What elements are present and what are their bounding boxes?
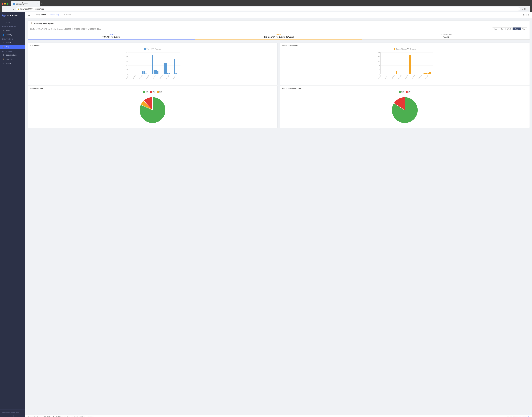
sidebar-item-security-label: Security bbox=[6, 34, 12, 36]
logo-text: picturesafe bbox=[7, 14, 18, 17]
top-navigation: ☰ Configuration Monitoring Developer Log… bbox=[25, 12, 532, 18]
sidebar-item-search2[interactable]: ⚙ Search bbox=[0, 62, 25, 66]
svg-rect-31 bbox=[157, 71, 158, 74]
search-status-pie-container bbox=[282, 94, 528, 126]
sidebar-item-documentation-label: Documentation bbox=[6, 54, 18, 56]
charts-grid-row1: API Requests Count of API Requests 05010… bbox=[28, 42, 530, 85]
sidebar-item-api[interactable]: 🏃 API bbox=[0, 45, 25, 49]
svg-text:2020-06-02: 2020-06-02 bbox=[405, 75, 408, 79]
search-status-dot-500 bbox=[406, 91, 407, 93]
sidebar-collapse-button[interactable]: ◀ bbox=[0, 414, 25, 417]
new-tab-button[interactable]: + bbox=[41, 2, 42, 5]
api-bar-chart-svg: 0501001502002502020-05-172020-05-212020-… bbox=[30, 51, 275, 83]
sidebar-item-home[interactable]: ⌂ Home bbox=[0, 20, 25, 25]
svg-text:120: 120 bbox=[378, 61, 380, 62]
monitoring-description: Display of 797 API / 278 search calls, t… bbox=[30, 28, 102, 30]
page-footer: Acceleration Server 1.0.0-SNAPSHOT ©2020… bbox=[25, 415, 532, 417]
svg-text:2020-06-10: 2020-06-10 bbox=[166, 75, 170, 79]
sidebar-footer: localhost:8080/monitoring/rest ◀ bbox=[0, 409, 25, 417]
svg-text:160: 160 bbox=[378, 56, 380, 57]
url-text: localhost:8080/monitoring/rest bbox=[21, 8, 43, 10]
time-btn-year[interactable]: Year bbox=[521, 28, 527, 30]
svg-text:2020-05-17: 2020-05-17 bbox=[126, 75, 129, 79]
svg-rect-36 bbox=[167, 73, 168, 74]
api-chart-legend: Count of API Requests bbox=[30, 48, 275, 50]
api-status-dot-500 bbox=[150, 91, 152, 93]
monitoring-header-card: 🏃 Monitoring API Requests Display of 797… bbox=[28, 21, 530, 40]
sidebar-item-swagger[interactable]: 🏃 Swagger bbox=[0, 57, 25, 62]
footer-left-text: Acceleration Server 1.0.0-SNAPSHOT ©2020… bbox=[28, 416, 94, 417]
svg-rect-32 bbox=[160, 74, 162, 74]
topnav-developer[interactable]: Developer bbox=[61, 12, 73, 18]
svg-text:100: 100 bbox=[126, 65, 128, 66]
search-status-label-500: 500 bbox=[408, 91, 411, 93]
svg-text:2020-05-17: 2020-05-17 bbox=[378, 75, 382, 79]
svg-rect-20 bbox=[142, 71, 143, 74]
tab-close-button[interactable]: ✕ bbox=[37, 3, 38, 5]
search-chart-title: Search API Requests bbox=[282, 45, 528, 47]
api-legend-label: Count of API Requests bbox=[146, 48, 161, 50]
sidebar-item-documentation[interactable]: ▤ Documentation bbox=[0, 53, 25, 57]
svg-rect-74 bbox=[431, 74, 432, 74]
topnav-monitoring[interactable]: Monitoring bbox=[48, 12, 61, 18]
svg-rect-29 bbox=[155, 70, 157, 74]
browser-chrome: picturesafe-search Acceleratio... ✕ + ← … bbox=[0, 0, 532, 12]
browser-toolbar: ← → ↻ 🔒 localhost:8080/monitoring/rest ☆… bbox=[2, 6, 530, 12]
time-btn-hour[interactable]: Hour bbox=[492, 28, 499, 30]
search-icon: ⚙ bbox=[2, 42, 4, 44]
topnav-configuration[interactable]: Configuration bbox=[32, 12, 48, 18]
monitoring-page-icon: 🏃 bbox=[30, 22, 32, 24]
sidebar-item-search2-label: Search bbox=[6, 63, 11, 65]
hamburger-icon[interactable]: ☰ bbox=[28, 13, 30, 16]
svg-text:2020-06-10: 2020-06-10 bbox=[418, 75, 422, 79]
svg-rect-34 bbox=[164, 63, 165, 74]
time-btn-day[interactable]: Day bbox=[499, 28, 505, 30]
forward-button[interactable]: → bbox=[8, 8, 11, 10]
search-requests-chart-card: Search API Requests Count of Search API … bbox=[280, 42, 530, 85]
svg-rect-40 bbox=[174, 59, 175, 74]
traffic-light-red[interactable] bbox=[2, 3, 3, 5]
svg-rect-22 bbox=[144, 71, 145, 74]
search-status-legend-500: 500 bbox=[406, 91, 411, 93]
extensions-icon[interactable]: ⚙ bbox=[524, 8, 526, 10]
search-chart-legend: Count of Search API Requests bbox=[282, 48, 528, 50]
sidebar-item-indices[interactable]: ▤ Indices bbox=[0, 28, 25, 32]
api-icon: 🏃 bbox=[2, 46, 4, 48]
bookmark-icon[interactable]: ☆ bbox=[521, 8, 523, 10]
svg-rect-35 bbox=[165, 63, 167, 74]
monitoring-section-label: MONITORING bbox=[0, 37, 25, 41]
footer-powered-by-link[interactable]: picturesafe-search bbox=[516, 416, 529, 417]
sidebar: ◎ picturesafe ⌂ Home CONFIGURATION ▤ Ind… bbox=[0, 12, 25, 417]
lock-icon: 🔒 bbox=[18, 8, 20, 10]
address-bar[interactable]: 🔒 localhost:8080/monitoring/rest bbox=[16, 7, 520, 11]
browser-tab-active[interactable]: picturesafe-search Acceleratio... ✕ bbox=[11, 1, 40, 6]
stat-tab-search[interactable]: Search 278 Search Requests (34.9%) bbox=[195, 32, 362, 40]
app-wrapper: ◎ picturesafe ⌂ Home CONFIGURATION ▤ Ind… bbox=[0, 12, 532, 417]
swagger-icon: 🏃 bbox=[2, 58, 4, 60]
stats-row: Utilisation 797 API Requests Search 278 … bbox=[28, 32, 530, 40]
api-status-dot-204 bbox=[157, 91, 159, 93]
logout-button[interactable]: Logout bbox=[523, 14, 529, 16]
traffic-light-green[interactable] bbox=[7, 3, 8, 5]
sidebar-url: localhost:8080/monitoring/rest bbox=[0, 411, 25, 414]
search-status-label-200: 200 bbox=[401, 91, 404, 93]
tab-favicon bbox=[13, 3, 15, 5]
search-status-dot-200 bbox=[399, 91, 401, 93]
reload-button[interactable]: ↻ bbox=[12, 8, 15, 10]
sidebar-item-security[interactable]: 👤 Security bbox=[0, 32, 25, 37]
stat-tab-utilisation[interactable]: Utilisation 797 API Requests bbox=[28, 32, 195, 40]
monitoring-info-row: Display of 797 API / 278 search calls, t… bbox=[28, 26, 530, 32]
back-button[interactable]: ← bbox=[3, 8, 6, 10]
svg-text:200: 200 bbox=[378, 52, 380, 53]
time-btn-month[interactable]: Month bbox=[513, 28, 521, 30]
svg-rect-71 bbox=[428, 73, 429, 74]
menu-icon[interactable]: ⋮ bbox=[527, 8, 529, 10]
stat-tab-success[interactable]: API Success Rate NaN% bbox=[362, 32, 530, 40]
utilisation-label: Utilisation bbox=[30, 33, 193, 35]
svg-rect-68 bbox=[423, 73, 424, 74]
svg-text:2020-05-25: 2020-05-25 bbox=[139, 75, 143, 79]
traffic-light-yellow[interactable] bbox=[4, 3, 6, 5]
time-btn-week[interactable]: Week bbox=[505, 28, 513, 30]
api-status-label-200: 200 bbox=[146, 91, 148, 93]
sidebar-item-search[interactable]: ⚙ Search bbox=[0, 41, 25, 45]
